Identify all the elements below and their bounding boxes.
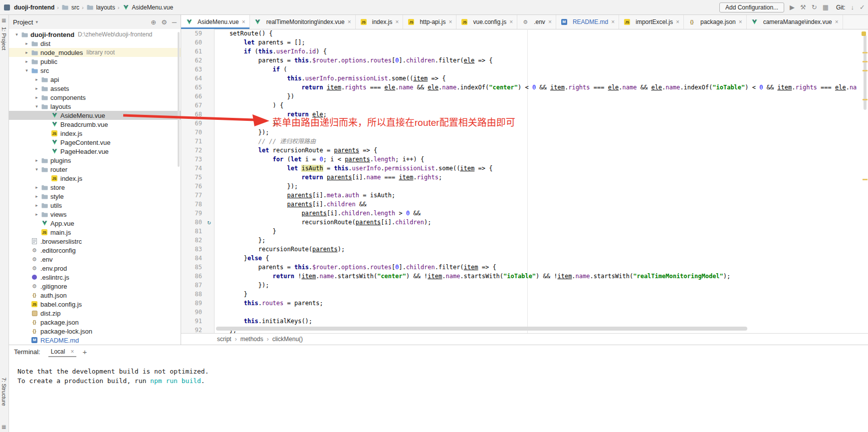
- code-line-77[interactable]: 77 parents[i].meta.auth = isAuth;: [181, 191, 868, 200]
- tool-grid-icon[interactable]: ▦: [823, 4, 829, 10]
- tree-item-env-prod[interactable]: ⚙.env.prod: [9, 264, 181, 273]
- code-line-64[interactable]: 64 this.userInfo.permissionList.some((it…: [181, 74, 868, 83]
- terminal-tab-local[interactable]: Local ×: [48, 347, 77, 357]
- tree-item-auth-json[interactable]: {}auth.json: [9, 291, 181, 300]
- code-line-85[interactable]: 85 parents = this.$router.options.routes…: [181, 263, 868, 272]
- tab-env[interactable]: ⚙.env×: [517, 15, 556, 29]
- chevron-right-icon[interactable]: ▸: [33, 95, 40, 100]
- chevron-down-icon[interactable]: ▾: [13, 32, 20, 37]
- breadcrumb-script[interactable]: script: [217, 336, 231, 343]
- tree-item-index-js[interactable]: JSindex.js: [9, 129, 181, 138]
- tree-item-store[interactable]: ▸store: [9, 183, 181, 192]
- code-line-68[interactable]: 68 return ele;: [181, 110, 868, 119]
- close-icon[interactable]: ×: [242, 18, 245, 25]
- tree-item-app-vue[interactable]: App.vue: [9, 219, 181, 228]
- tree-item-dist[interactable]: ▸dist: [9, 39, 181, 48]
- tree-item-plugins[interactable]: ▸plugins: [9, 156, 181, 165]
- warning-stripe-mark[interactable]: [863, 70, 868, 71]
- code-line-61[interactable]: 61 if (this.userInfo.id) {: [181, 47, 868, 56]
- code-line-84[interactable]: 84 }else {: [181, 254, 868, 263]
- code-line-62[interactable]: 62 parents = this.$router.options.routes…: [181, 56, 868, 65]
- project-tool-tab[interactable]: 1: Project: [1, 27, 7, 50]
- chevron-down-icon[interactable]: ▾: [33, 167, 40, 172]
- vcs-update-icon[interactable]: ↓: [851, 4, 855, 10]
- code-line-71[interactable]: 71 // // 递归权限路由: [181, 137, 868, 146]
- tree-item-pagecontent-vue[interactable]: PageContent.vue: [9, 138, 181, 147]
- code-line-88[interactable]: 88 }: [181, 290, 868, 299]
- code-line-87[interactable]: 87 });: [181, 281, 868, 290]
- title-crumb-asidemenu-vue[interactable]: AsideMenu.vue: [122, 4, 173, 11]
- close-icon[interactable]: ×: [348, 18, 351, 25]
- inspections-badge[interactable]: [862, 31, 866, 36]
- warning-stripe-mark[interactable]: [863, 179, 868, 180]
- tree-scrollbar[interactable]: [178, 32, 180, 167]
- breadcrumb-method[interactable]: clickMenu(): [272, 336, 303, 343]
- bottom-tool-icon[interactable]: ▦: [1, 424, 6, 430]
- close-icon[interactable]: ×: [70, 348, 74, 355]
- chevron-right-icon[interactable]: ▸: [23, 59, 30, 64]
- tree-item-browserslistrc[interactable]: .browserslistrc: [9, 237, 181, 246]
- tab-index-js[interactable]: JSindex.js×: [356, 15, 404, 29]
- close-icon[interactable]: ×: [395, 18, 399, 25]
- tree-item-gitignore[interactable]: ⚙.gitignore: [9, 282, 181, 291]
- tree-item-style[interactable]: ▸style: [9, 192, 181, 201]
- tree-item-views[interactable]: ▸views: [9, 210, 181, 219]
- tree-item-readme-md[interactable]: MREADME.md: [9, 336, 181, 345]
- close-icon[interactable]: ×: [448, 18, 452, 25]
- settings-icon[interactable]: ⚙: [161, 18, 167, 26]
- sync-icon[interactable]: ↻: [812, 4, 817, 10]
- title-crumb-layouts[interactable]: layouts: [86, 4, 115, 11]
- code-line-70[interactable]: 70 });: [181, 128, 868, 137]
- tree-item-editorconfig[interactable]: ⚙.editorconfig: [9, 246, 181, 255]
- chevron-right-icon[interactable]: ▸: [33, 194, 40, 199]
- code-line-89[interactable]: 89 this.routes = parents;: [181, 299, 868, 308]
- tree-item-src[interactable]: ▾src: [9, 66, 181, 75]
- close-icon[interactable]: ×: [548, 18, 552, 25]
- chevron-right-icon[interactable]: ▸: [23, 50, 30, 55]
- code-line-67[interactable]: 67 ) {: [181, 101, 868, 110]
- tree-item-breadcrumb-vue[interactable]: Breadcrumb.vue: [9, 120, 181, 129]
- run-icon[interactable]: ▶: [790, 4, 795, 10]
- close-icon[interactable]: ×: [835, 18, 839, 25]
- chevron-down-icon[interactable]: ▾: [35, 19, 38, 24]
- structure-tool-tab[interactable]: 7: Structure: [1, 378, 7, 406]
- chevron-right-icon[interactable]: ▸: [33, 185, 40, 190]
- tree-item-utils[interactable]: ▸utils: [9, 201, 181, 210]
- tree-item-duoji-frontend[interactable]: ▾duoji-frontendD:\zheheWeb\duoji-fronten…: [9, 30, 181, 39]
- chevron-right-icon[interactable]: ▸: [33, 158, 40, 163]
- code-line-79[interactable]: 79 parents[i].children.length > 0 &&: [181, 209, 868, 218]
- tab-cameramanage-index-vue[interactable]: cameraManage\index.vue×: [747, 15, 843, 29]
- tool-windows-icon[interactable]: ▦: [1, 17, 6, 23]
- locate-icon[interactable]: ⊕: [151, 18, 156, 26]
- warning-stripe-mark[interactable]: [863, 99, 868, 100]
- tree-item-babel-config-js[interactable]: JSbabel.config.js: [9, 300, 181, 309]
- code-line-83[interactable]: 83 recursionRoute(parents);: [181, 245, 868, 254]
- close-icon[interactable]: ×: [676, 18, 679, 25]
- recursion-gutter-icon[interactable]: ↻: [207, 219, 211, 226]
- code-line-78[interactable]: 78 parents[i].children &&: [181, 200, 868, 209]
- hide-panel-icon[interactable]: ─: [172, 18, 177, 26]
- chevron-right-icon[interactable]: ▸: [33, 212, 40, 217]
- tree-item-node-modules[interactable]: ▸node_moduleslibrary root: [9, 48, 181, 57]
- chevron-down-icon[interactable]: ▾: [33, 104, 40, 109]
- chevron-right-icon[interactable]: ▸: [33, 77, 40, 82]
- project-view-title[interactable]: Project: [13, 18, 33, 26]
- tab-package-json[interactable]: {}package.json×: [684, 15, 747, 29]
- code-line-80[interactable]: 80↻ recursionRoute(parents[i].children);: [181, 218, 868, 227]
- title-crumb-duoji-frontend[interactable]: duoji-frontend: [14, 4, 54, 11]
- code-line-90[interactable]: 90: [181, 308, 868, 317]
- code-line-91[interactable]: 91 this.initialKeys();: [181, 317, 868, 326]
- code-line-82[interactable]: 82 };: [181, 236, 868, 245]
- code-line-63[interactable]: 63 if (: [181, 65, 868, 74]
- code-editor[interactable]: 59 setRoute() {60 let parents = [];61 if…: [181, 29, 868, 334]
- code-line-65[interactable]: 65 return item.rights === ele.name && el…: [181, 83, 868, 92]
- close-icon[interactable]: ×: [509, 18, 513, 25]
- chevron-right-icon[interactable]: ▸: [23, 41, 30, 46]
- tree-item-layouts[interactable]: ▾layouts: [9, 102, 181, 111]
- warning-stripe-mark[interactable]: [863, 52, 868, 53]
- tree-item-router[interactable]: ▾router: [9, 165, 181, 174]
- close-icon[interactable]: ×: [739, 18, 742, 25]
- code-line-81[interactable]: 81 }: [181, 227, 868, 236]
- tree-item-eslintrc-js[interactable]: .eslintrc.js: [9, 273, 181, 282]
- code-line-75[interactable]: 75 return parents[i].name === item.right…: [181, 173, 868, 182]
